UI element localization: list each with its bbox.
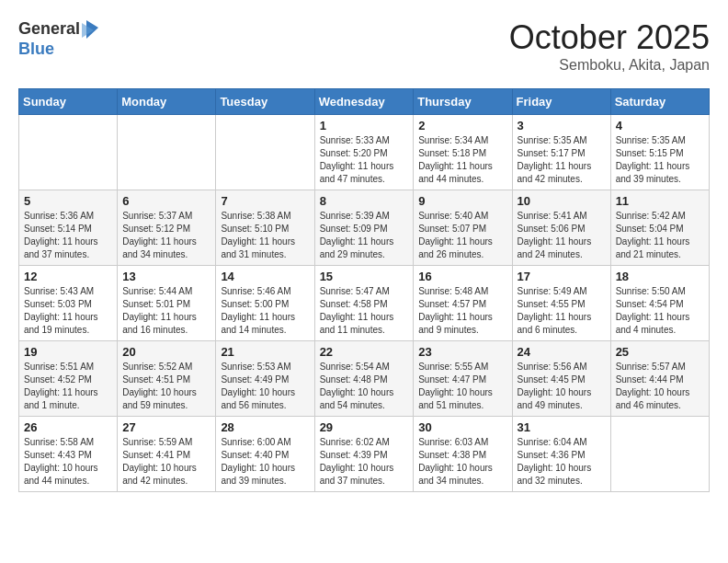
calendar-cell: 25Sunrise: 5:57 AM Sunset: 4:44 PM Dayli… (610, 341, 709, 417)
calendar-cell: 4Sunrise: 5:35 AM Sunset: 5:15 PM Daylig… (610, 115, 709, 190)
calendar-week-row: 26Sunrise: 5:58 AM Sunset: 4:43 PM Dayli… (19, 417, 710, 492)
day-info: Sunrise: 5:36 AM Sunset: 5:14 PM Dayligh… (24, 210, 112, 261)
calendar-cell: 28Sunrise: 6:00 AM Sunset: 4:40 PM Dayli… (216, 417, 314, 492)
calendar-cell (216, 115, 314, 190)
calendar-week-row: 1Sunrise: 5:33 AM Sunset: 5:20 PM Daylig… (19, 115, 710, 190)
calendar-cell: 14Sunrise: 5:46 AM Sunset: 5:00 PM Dayli… (216, 266, 314, 341)
day-number: 24 (518, 345, 606, 359)
calendar-cell: 2Sunrise: 5:34 AM Sunset: 5:18 PM Daylig… (414, 115, 512, 190)
calendar-cell: 15Sunrise: 5:47 AM Sunset: 4:58 PM Dayli… (314, 266, 414, 341)
day-number: 12 (24, 270, 112, 283)
calendar-cell: 31Sunrise: 6:04 AM Sunset: 4:36 PM Dayli… (512, 417, 610, 492)
calendar-cell: 9Sunrise: 5:40 AM Sunset: 5:07 PM Daylig… (414, 190, 512, 266)
weekday-header-sunday: Sunday (19, 89, 118, 115)
logo-icon (82, 18, 100, 40)
calendar-cell: 21Sunrise: 5:53 AM Sunset: 4:49 PM Dayli… (216, 341, 314, 417)
calendar-cell: 11Sunrise: 5:42 AM Sunset: 5:04 PM Dayli… (610, 190, 709, 266)
day-number: 14 (221, 270, 309, 283)
day-number: 19 (24, 345, 112, 359)
calendar-cell: 30Sunrise: 6:03 AM Sunset: 4:38 PM Dayli… (414, 417, 512, 492)
day-number: 2 (418, 119, 506, 132)
calendar-cell: 6Sunrise: 5:37 AM Sunset: 5:12 PM Daylig… (118, 190, 216, 266)
day-info: Sunrise: 5:54 AM Sunset: 4:48 PM Dayligh… (320, 361, 409, 412)
calendar-cell (118, 115, 216, 190)
day-info: Sunrise: 5:44 AM Sunset: 5:01 PM Dayligh… (122, 285, 210, 337)
day-info: Sunrise: 5:55 AM Sunset: 4:47 PM Dayligh… (418, 361, 506, 412)
day-info: Sunrise: 5:33 AM Sunset: 5:20 PM Dayligh… (320, 134, 409, 186)
day-number: 5 (24, 194, 112, 208)
calendar-cell: 7Sunrise: 5:38 AM Sunset: 5:10 PM Daylig… (216, 190, 314, 266)
calendar-cell: 24Sunrise: 5:56 AM Sunset: 4:45 PM Dayli… (512, 341, 610, 417)
day-number: 21 (221, 345, 309, 359)
weekday-header-thursday: Thursday (414, 89, 512, 115)
calendar-cell: 19Sunrise: 5:51 AM Sunset: 4:52 PM Dayli… (19, 341, 118, 417)
day-number: 9 (418, 194, 506, 208)
calendar-cell: 1Sunrise: 5:33 AM Sunset: 5:20 PM Daylig… (314, 115, 414, 190)
day-info: Sunrise: 5:47 AM Sunset: 4:58 PM Dayligh… (320, 285, 409, 337)
day-number: 10 (518, 194, 606, 208)
calendar-cell: 12Sunrise: 5:43 AM Sunset: 5:03 PM Dayli… (19, 266, 118, 341)
day-number: 28 (221, 420, 309, 434)
day-number: 6 (122, 194, 210, 208)
calendar-week-row: 12Sunrise: 5:43 AM Sunset: 5:03 PM Dayli… (19, 266, 710, 341)
day-info: Sunrise: 6:03 AM Sunset: 4:38 PM Dayligh… (418, 436, 506, 488)
calendar-cell: 13Sunrise: 5:44 AM Sunset: 5:01 PM Dayli… (118, 266, 216, 341)
calendar-cell: 27Sunrise: 5:59 AM Sunset: 4:41 PM Dayli… (118, 417, 216, 492)
location-subtitle: Semboku, Akita, Japan (509, 57, 710, 74)
calendar-cell: 10Sunrise: 5:41 AM Sunset: 5:06 PM Dayli… (512, 190, 610, 266)
calendar-table: SundayMondayTuesdayWednesdayThursdayFrid… (18, 88, 710, 492)
day-number: 17 (518, 270, 606, 283)
day-info: Sunrise: 6:04 AM Sunset: 4:36 PM Dayligh… (518, 436, 606, 488)
day-info: Sunrise: 5:56 AM Sunset: 4:45 PM Dayligh… (518, 361, 606, 412)
calendar-cell: 26Sunrise: 5:58 AM Sunset: 4:43 PM Dayli… (19, 417, 118, 492)
logo-general-text: General (18, 20, 80, 39)
weekday-header-row: SundayMondayTuesdayWednesdayThursdayFrid… (19, 89, 710, 115)
calendar-cell: 5Sunrise: 5:36 AM Sunset: 5:14 PM Daylig… (19, 190, 118, 266)
day-info: Sunrise: 5:43 AM Sunset: 5:03 PM Dayligh… (24, 285, 112, 337)
calendar-cell: 18Sunrise: 5:50 AM Sunset: 4:54 PM Dayli… (610, 266, 709, 341)
day-number: 15 (320, 270, 409, 283)
day-info: Sunrise: 6:02 AM Sunset: 4:39 PM Dayligh… (320, 436, 409, 488)
day-number: 23 (418, 345, 506, 359)
day-info: Sunrise: 5:35 AM Sunset: 5:15 PM Dayligh… (616, 134, 704, 186)
day-info: Sunrise: 5:58 AM Sunset: 4:43 PM Dayligh… (24, 436, 112, 488)
day-number: 4 (616, 119, 704, 132)
calendar-week-row: 19Sunrise: 5:51 AM Sunset: 4:52 PM Dayli… (19, 341, 710, 417)
day-number: 31 (518, 420, 606, 434)
day-number: 11 (616, 194, 704, 208)
day-number: 22 (320, 345, 409, 359)
day-info: Sunrise: 5:59 AM Sunset: 4:41 PM Dayligh… (122, 436, 210, 488)
day-number: 18 (616, 270, 704, 283)
logo-blue-text: Blue (18, 40, 100, 59)
day-info: Sunrise: 5:48 AM Sunset: 4:57 PM Dayligh… (418, 285, 506, 337)
calendar-cell: 8Sunrise: 5:39 AM Sunset: 5:09 PM Daylig… (314, 190, 414, 266)
weekday-header-wednesday: Wednesday (314, 89, 414, 115)
day-number: 3 (518, 119, 606, 132)
day-info: Sunrise: 5:41 AM Sunset: 5:06 PM Dayligh… (518, 210, 606, 261)
day-number: 26 (24, 420, 112, 434)
day-info: Sunrise: 5:39 AM Sunset: 5:09 PM Dayligh… (320, 210, 409, 261)
day-number: 25 (616, 345, 704, 359)
day-info: Sunrise: 5:40 AM Sunset: 5:07 PM Dayligh… (418, 210, 506, 261)
day-info: Sunrise: 5:38 AM Sunset: 5:10 PM Dayligh… (221, 210, 309, 261)
day-number: 20 (122, 345, 210, 359)
calendar-cell: 29Sunrise: 6:02 AM Sunset: 4:39 PM Dayli… (314, 417, 414, 492)
day-info: Sunrise: 5:49 AM Sunset: 4:55 PM Dayligh… (518, 285, 606, 337)
day-number: 13 (122, 270, 210, 283)
calendar-cell (19, 115, 118, 190)
calendar-cell: 22Sunrise: 5:54 AM Sunset: 4:48 PM Dayli… (314, 341, 414, 417)
day-number: 8 (320, 194, 409, 208)
day-number: 30 (418, 420, 506, 434)
day-info: Sunrise: 5:35 AM Sunset: 5:17 PM Dayligh… (518, 134, 606, 186)
calendar-cell: 17Sunrise: 5:49 AM Sunset: 4:55 PM Dayli… (512, 266, 610, 341)
day-number: 1 (320, 119, 409, 132)
calendar-cell: 16Sunrise: 5:48 AM Sunset: 4:57 PM Dayli… (414, 266, 512, 341)
day-info: Sunrise: 5:46 AM Sunset: 5:00 PM Dayligh… (221, 285, 309, 337)
title-block: October 2025 Semboku, Akita, Japan (509, 18, 710, 74)
calendar-cell: 23Sunrise: 5:55 AM Sunset: 4:47 PM Dayli… (414, 341, 512, 417)
page-header: General Blue October 2025 Semboku, Akita… (18, 18, 710, 74)
weekday-header-saturday: Saturday (610, 89, 709, 115)
weekday-header-monday: Monday (118, 89, 216, 115)
day-info: Sunrise: 5:37 AM Sunset: 5:12 PM Dayligh… (122, 210, 210, 261)
day-info: Sunrise: 5:51 AM Sunset: 4:52 PM Dayligh… (24, 361, 112, 412)
